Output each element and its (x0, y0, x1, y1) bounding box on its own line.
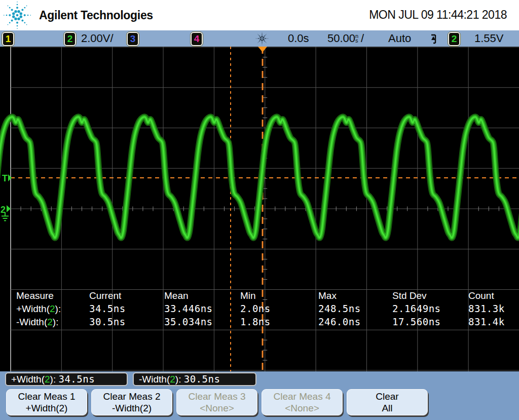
meas-row2-stddev: 17.560ns (392, 316, 468, 329)
meas-row1-min: 2.0ns (240, 302, 318, 316)
col-header-min: Min (240, 289, 318, 302)
trigger-level-readout[interactable]: 1.55V (474, 30, 504, 47)
channel-3-label: 3 (130, 33, 136, 44)
trigger-source-label: 2 (452, 33, 457, 44)
measurement-table: Measure Current Mean Min Max Std Dev Cou… (16, 289, 519, 329)
waveform-display: T 2 Measure Current Mean Min Max Std Dev… (0, 47, 519, 371)
meas-row1-max: 248.5ns (318, 302, 392, 316)
meas-row2-min: 1.8ns (240, 316, 318, 329)
meas-row2-current: 30.5ns (89, 316, 164, 329)
measurement-badge-strip: +Width(2): 34.5ns -Width(2): 30.5ns (0, 371, 519, 388)
acquisition-mode-icon (255, 32, 269, 45)
clear-all-line2: All (347, 402, 427, 414)
meas-row2-mean: 35.034ns (164, 316, 240, 329)
trigger-edge-icon (430, 33, 438, 44)
trigger-mode[interactable]: Auto (388, 30, 411, 47)
delay-readout[interactable]: 0.0s (288, 30, 309, 47)
channel-4-badge[interactable]: 4 (191, 32, 203, 46)
channel-2-scale[interactable]: 2.00V/ (81, 30, 114, 47)
trigger-level-marker[interactable]: T (2, 173, 8, 183)
timebase-slash: / (361, 32, 364, 45)
meas-row1-label: +Width(2): (16, 302, 89, 316)
col-header-max: Max (318, 289, 392, 302)
meas-row2-label: -Width(2): (16, 316, 89, 329)
clear-meas-4-line2: <None> (262, 402, 342, 414)
channel-3-badge[interactable]: 3 (127, 32, 139, 46)
clear-all-button[interactable]: Clear All (347, 389, 428, 415)
softkey-menu: Clear Meas 1 +Width(2) Clear Meas 2 -Wid… (0, 388, 519, 420)
trigger-source-badge[interactable]: 2 (448, 32, 460, 46)
channel-marker-arrow-icon (7, 205, 11, 212)
clear-meas-2-line1: Clear Meas 2 (92, 391, 172, 402)
channel-2-label: 2 (67, 33, 73, 44)
trigger-position-marker-icon[interactable] (258, 47, 267, 52)
meas-row1-mean: 33.446ns (164, 302, 240, 316)
clear-meas-2-button[interactable]: Clear Meas 2 -Width(2) (91, 389, 172, 415)
clear-meas-3-line2: <None> (177, 402, 257, 414)
clear-meas-1-button[interactable]: Clear Meas 1 +Width(2) (6, 389, 87, 415)
channel-4-label: 4 (194, 33, 200, 44)
meas-row1-count: 831.3k (468, 302, 519, 316)
col-header-current: Current (89, 289, 164, 302)
clear-meas-2-line2: -Width(2) (92, 402, 172, 414)
plus-width-badge: +Width(2): 34.5ns (5, 372, 128, 386)
agilent-logo-icon (3, 1, 31, 29)
channel-1-label: 1 (6, 33, 11, 44)
clear-meas-3-line1: Clear Meas 3 (177, 391, 257, 402)
clear-meas-1-line2: +Width(2) (7, 402, 87, 414)
col-header-mean: Mean (164, 289, 240, 302)
col-header-stddev: Std Dev (392, 289, 468, 302)
clear-all-line1: Clear (347, 391, 427, 402)
timebase-readout[interactable]: 50.00ns/ (327, 30, 364, 47)
meas-row2-count: 831.4k (468, 316, 519, 329)
meas-row1-stddev: 2.1649ns (392, 302, 468, 316)
channel-1-badge[interactable]: 1 (2, 32, 14, 46)
clear-meas-4-line1: Clear Meas 4 (262, 391, 342, 402)
timebase-units: ns (355, 34, 361, 43)
minus-width-badge: -Width(2): 30.5ns (133, 372, 256, 386)
clear-meas-1-line1: Clear Meas 1 (7, 391, 87, 402)
clear-meas-4-button: Clear Meas 4 <None> (262, 389, 343, 415)
timebase-value: 50.00 (327, 32, 355, 45)
channel-2-badge[interactable]: 2 (64, 32, 76, 46)
meas-row2-max: 246.0ns (318, 316, 392, 329)
status-bar: 1 2 2.00V/ 3 4 0.0s 50.00ns/ Auto 2 1.55… (0, 30, 519, 47)
meas-row1-current: 34.5ns (89, 302, 164, 316)
channel-2-trace (0, 117, 519, 238)
clear-meas-3-button: Clear Meas 3 <None> (176, 389, 257, 415)
col-header-count: Count (468, 289, 519, 302)
datetime-display: MON JUL 09 11:44:21 2018 (369, 0, 507, 29)
col-header-measure: Measure (16, 289, 89, 302)
oscilloscope-screen: Agilent Technologies MON JUL 09 11:44:21… (0, 0, 519, 420)
brand-title: Agilent Technologies (39, 0, 153, 30)
header-bar: Agilent Technologies MON JUL 09 11:44:21… (0, 0, 519, 30)
